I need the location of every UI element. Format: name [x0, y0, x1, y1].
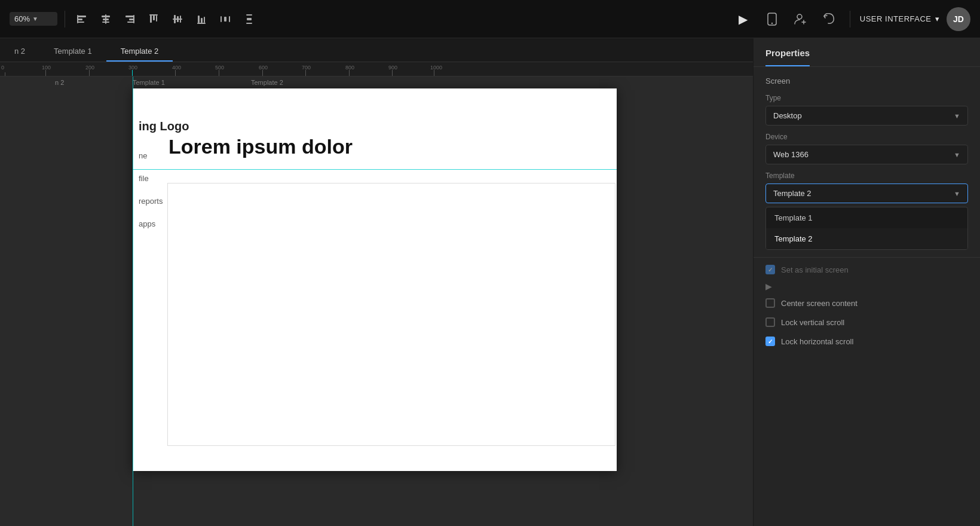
ruler-mark-500: 500	[215, 65, 224, 71]
canvas-lorem-title: Lorem ipsum dolor	[169, 135, 353, 158]
align-middle-button[interactable]	[168, 10, 187, 29]
svg-rect-29	[247, 18, 252, 20]
template-option-1[interactable]: Template 1	[766, 207, 967, 228]
toolbar-right: ▶ USER INTERFACE ▾ JD	[733, 7, 970, 31]
mobile-preview-button[interactable]	[761, 8, 783, 30]
canvas-background: n 2 Template 1 Template 2 ing Logo Lorem…	[0, 77, 753, 526]
distribute-h-button[interactable]	[216, 10, 235, 29]
ruler-mark-100: 100	[42, 65, 51, 71]
svg-rect-1	[78, 19, 82, 20]
zoom-value: 60%	[14, 14, 30, 23]
ruler-tick	[262, 70, 263, 76]
svg-rect-8	[125, 16, 134, 17]
svg-rect-20	[198, 16, 200, 23]
expand-indicator-row: ▶	[754, 279, 980, 293]
ruler-tick	[89, 70, 90, 76]
ruler-tick	[305, 70, 306, 76]
template-select[interactable]: Template 2 ▼	[765, 184, 968, 203]
ruler-tick	[219, 70, 219, 76]
guide-horizontal	[133, 169, 617, 170]
tab-template2[interactable]: Template 2	[106, 42, 173, 62]
svg-rect-7	[105, 14, 106, 24]
guide-vertical	[133, 77, 133, 526]
template-option-2[interactable]: Template 2	[766, 228, 967, 249]
svg-rect-27	[246, 14, 252, 16]
set-initial-checkbox[interactable]	[765, 265, 775, 274]
panel-scroll[interactable]: Screen Type Desktop ▼ Device Web 1366 ▼ …	[754, 67, 980, 526]
align-center-h-button[interactable]	[96, 10, 115, 29]
ruler-tick	[392, 70, 393, 76]
ruler-mark-700: 700	[302, 65, 311, 71]
center-content-label: Center screen content	[781, 299, 858, 308]
center-content-checkbox[interactable]	[765, 298, 775, 308]
toolbar-separator-1	[65, 11, 65, 27]
device-label: Device	[765, 133, 968, 141]
ruler-mark-200: 200	[85, 65, 94, 71]
main-area: n 2 Template 1 Template 2 0 100 200 300 …	[0, 38, 980, 526]
template-field-row: Template Template 2 ▼	[754, 168, 980, 207]
lock-vertical-label: Lock vertical scroll	[781, 318, 844, 327]
align-top-button[interactable]	[144, 10, 163, 29]
tab-n2[interactable]: n 2	[0, 42, 39, 62]
main-toolbar: 60% ▼ ▶ USER INTERF	[0, 0, 980, 38]
user-interface-button[interactable]: USER INTERFACE ▾	[860, 14, 939, 23]
lock-horizontal-checkbox[interactable]	[765, 337, 775, 346]
ruler-tick	[349, 70, 350, 76]
toolbar-separator-2	[850, 11, 850, 27]
distribute-v-button[interactable]	[240, 10, 259, 29]
lock-vertical-checkbox[interactable]	[765, 317, 775, 327]
design-frame: ing Logo Lorem ipsum dolor ne file repor…	[133, 88, 617, 471]
ruler: 0 100 200 300 400 500 600 700 800 900 10…	[0, 62, 753, 77]
ruler-mark-900: 900	[388, 65, 397, 71]
template-selected-value: Template 2	[773, 189, 811, 198]
screen-section-title: Screen	[754, 67, 980, 90]
panel-header: Properties	[754, 38, 980, 67]
play-button[interactable]: ▶	[733, 8, 754, 30]
content-box	[167, 183, 615, 446]
panel-title: Properties	[765, 48, 810, 66]
device-select[interactable]: Web 1366 ▼	[765, 145, 968, 164]
align-left-button[interactable]	[72, 10, 91, 29]
avatar[interactable]: JD	[947, 7, 970, 31]
user-interface-label: USER INTERFACE	[860, 14, 932, 23]
tab-template1[interactable]: Template 1	[39, 42, 106, 62]
undo-button[interactable]	[819, 8, 840, 30]
ruler-tick	[175, 70, 176, 76]
nav-item-ne: ne	[139, 148, 163, 164]
type-select-arrow: ▼	[954, 112, 960, 120]
ruler-tick	[45, 70, 46, 76]
ruler-tick-active	[132, 70, 133, 76]
panel-divider	[754, 257, 980, 258]
align-right-button[interactable]	[120, 10, 139, 29]
svg-rect-12	[150, 16, 152, 23]
lock-horizontal-row[interactable]: Lock horizontal scroll	[754, 332, 980, 351]
center-content-row[interactable]: Center screen content	[754, 293, 980, 313]
canvas-screen-label-t2: Template 2	[251, 79, 283, 86]
nav-item-reports: reports	[139, 194, 163, 209]
svg-rect-22	[204, 17, 205, 23]
lock-vertical-row[interactable]: Lock vertical scroll	[754, 313, 980, 332]
type-select[interactable]: Desktop ▼	[765, 106, 968, 126]
set-initial-row[interactable]: Set as initial screen	[754, 260, 980, 279]
nav-item-apps: apps	[139, 216, 163, 232]
template-label: Template	[765, 172, 968, 180]
template-dropdown-menu: Template 1 Template 2	[765, 207, 968, 250]
svg-rect-13	[153, 16, 155, 20]
ruler-mark-300: 300	[128, 65, 137, 71]
zoom-control[interactable]: 60% ▼	[10, 12, 57, 26]
add-user-button[interactable]	[790, 8, 811, 30]
type-value: Desktop	[773, 111, 802, 120]
align-bottom-button[interactable]	[192, 10, 211, 29]
svg-point-32	[797, 14, 802, 19]
svg-rect-3	[77, 15, 78, 23]
canvas-logo: ing Logo	[139, 120, 189, 133]
svg-rect-2	[78, 22, 84, 23]
canvas-scroll[interactable]: n 2 Template 1 Template 2 ing Logo Lorem…	[0, 77, 753, 526]
svg-point-31	[771, 22, 773, 23]
set-initial-label: Set as initial screen	[781, 265, 849, 274]
svg-rect-0	[78, 16, 86, 17]
svg-rect-11	[133, 15, 134, 23]
template-select-arrow: ▼	[954, 190, 960, 197]
svg-rect-23	[197, 23, 206, 24]
device-field-row: Device Web 1366 ▼	[754, 129, 980, 168]
